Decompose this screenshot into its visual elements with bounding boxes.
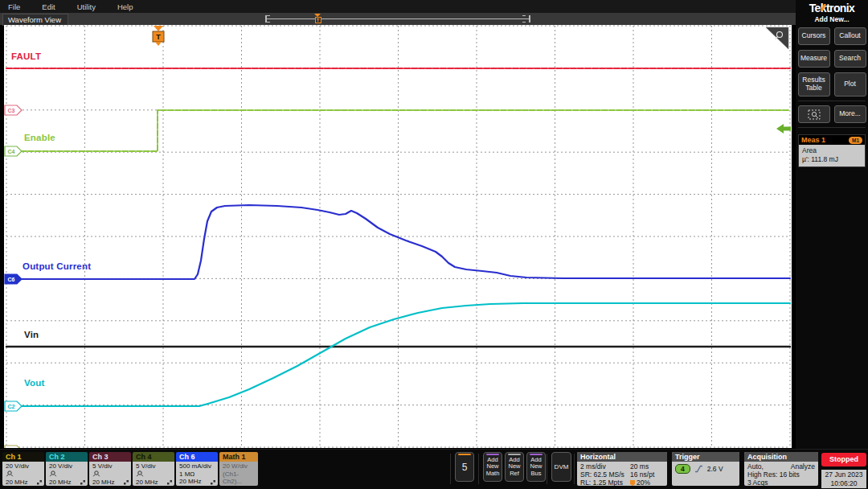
- meas1-title: Meas 1: [801, 136, 825, 144]
- trigger-position-marker[interactable]: T: [153, 26, 164, 46]
- channel-marker-c2[interactable]: C2: [5, 401, 22, 411]
- more-button[interactable]: More...: [834, 105, 866, 123]
- horizontal-panel[interactable]: Horizontal 2 ms/div 20 ms SR: 62.5 MS/s …: [577, 452, 667, 486]
- graticule-svg[interactable]: C3C4C6C2C1T: [4, 25, 792, 448]
- add-new-ref-button[interactable]: AddNewRef: [505, 452, 524, 482]
- meas1-value: µ': 111.8 mJ: [802, 155, 862, 164]
- datetime-display: 27 Jun 2023 10:06:20: [821, 470, 866, 488]
- svg-text:C4: C4: [8, 149, 15, 154]
- settings-bar: Ch 120 V/div20 MHzCh 220 V/div20 MHzCh 3…: [0, 449, 868, 489]
- search-button[interactable]: Search: [834, 50, 866, 68]
- channel-badge-math-1[interactable]: Math 120 W/div(Ch1-Ch2)...: [219, 452, 258, 486]
- drag-handle-icon: [80, 479, 86, 486]
- record-trigger-position-icon[interactable]: T: [314, 14, 321, 23]
- channel-badge-ch-2[interactable]: Ch 220 V/div20 MHz: [46, 452, 88, 486]
- menu-utility[interactable]: Utility: [77, 2, 96, 11]
- horizontal-sample-rate: SR: 62.5 MS/s: [580, 471, 630, 479]
- results-table-button[interactable]: Results Table: [798, 72, 830, 97]
- menu-bar: File Edit Utility Help: [0, 0, 804, 13]
- trace-vout[interactable]: [6, 303, 790, 406]
- channel-badge-ch-3[interactable]: Ch 35 V/div20 MHz: [89, 452, 131, 486]
- menu-edit[interactable]: Edit: [42, 2, 55, 11]
- channel-label: Math 1: [219, 452, 258, 462]
- dvm-button[interactable]: DVM: [551, 452, 571, 482]
- acquisition-resolution: High Res: 16 bits: [747, 471, 815, 479]
- channel-badge-ch-4[interactable]: Ch 45 V/div20 MHz: [133, 452, 174, 486]
- channel-label: Ch 1: [2, 452, 44, 462]
- channel-marker-c6[interactable]: C6: [5, 274, 22, 284]
- run-stop-button[interactable]: Stopped: [821, 453, 866, 466]
- horizontal-trigger-position: 20%: [630, 479, 664, 486]
- horizontal-window: 20 ms: [630, 462, 664, 471]
- zoom-corner-icon[interactable]: [766, 27, 788, 49]
- vout-label: Vout: [24, 378, 45, 388]
- callout-button[interactable]: Callout: [834, 27, 866, 45]
- vin-label: Vin: [24, 330, 39, 339]
- zoom-area-icon: [808, 109, 821, 120]
- drag-handle-icon: [123, 479, 129, 486]
- cursors-button[interactable]: Cursors: [798, 27, 830, 45]
- measure-button[interactable]: Measure: [798, 50, 830, 68]
- channel-label: Ch 2: [46, 452, 88, 462]
- horizontal-record-length: RL: 1.25 Mpts: [580, 479, 630, 486]
- meas1-type: Area: [802, 146, 862, 155]
- tektronix-logo: Tektronix: [796, 2, 868, 14]
- acquisition-title: Acquisition: [744, 452, 818, 462]
- tab-waveform-view[interactable]: Waveform View: [2, 14, 68, 26]
- rising-edge-icon: [694, 465, 703, 473]
- menu-file[interactable]: File: [8, 2, 20, 11]
- plot-button[interactable]: Plot: [834, 72, 866, 97]
- drag-handle-icon: [36, 479, 43, 486]
- trigger-panel[interactable]: Trigger 4 2.6 V: [672, 452, 739, 486]
- meas1-source-badge: M1: [849, 137, 862, 144]
- add-new-bus-button[interactable]: AddNewBus: [526, 452, 546, 482]
- date-text: 27 Jun 2023: [821, 471, 866, 479]
- trigger-level: 2.6 V: [707, 465, 723, 473]
- menu-help[interactable]: Help: [117, 2, 133, 11]
- output-current-label: Output Current: [23, 261, 91, 271]
- horizontal-title: Horizontal: [577, 452, 667, 462]
- trigger-level-arrow-icon[interactable]: [776, 124, 791, 134]
- add-new-math-button[interactable]: AddNewMath: [483, 452, 502, 482]
- horizontal-scale: 2 ms/div: [580, 462, 630, 471]
- svg-text:T: T: [156, 33, 161, 41]
- drag-handle-icon: [166, 479, 173, 486]
- svg-text:C3: C3: [8, 108, 15, 113]
- channel-label: Ch 4: [133, 452, 174, 462]
- channel-marker-c3[interactable]: C3: [5, 105, 22, 115]
- svg-text:C6: C6: [8, 277, 15, 282]
- acquisition-analyze: Analyze: [791, 462, 815, 471]
- probe-icon: [92, 471, 100, 477]
- add-new-heading: Add New...: [796, 15, 868, 23]
- record-view-bar[interactable]: T: [265, 15, 530, 23]
- zoom-area-button[interactable]: [798, 105, 830, 123]
- tab-bar: Waveform View T: [0, 13, 796, 25]
- channel-badge-ch-1[interactable]: Ch 120 V/div20 MHz: [2, 452, 44, 486]
- svg-text:C2: C2: [8, 404, 15, 409]
- channel-marker-c4[interactable]: C4: [5, 146, 22, 156]
- time-text: 10:06:20: [821, 479, 866, 488]
- acquisition-panel[interactable]: Acquisition Auto, Analyze High Res: 16 b…: [744, 452, 818, 486]
- trigger-position-icon: [630, 480, 635, 486]
- probe-icon: [49, 471, 57, 477]
- probe-icon: [136, 471, 144, 477]
- waveform-graticule[interactable]: C3C4C6C2C1TFAULTEnableOutput CurrentVinV…: [4, 25, 792, 448]
- horizontal-resolution: 16 ns/pt: [630, 471, 664, 479]
- acquisition-mode: Auto,: [747, 462, 764, 471]
- right-panel: Tektronix Add New... Cursors Callout Mea…: [796, 0, 868, 449]
- drag-handle-icon: [210, 479, 216, 486]
- callout-5-button[interactable]: 5: [455, 452, 474, 482]
- channel-badge-ch-6[interactable]: Ch 6500 mA/div1 MΩ20 MHz: [176, 452, 218, 486]
- channel-label: Ch 6: [176, 452, 218, 462]
- fault-label: FAULT: [11, 51, 41, 61]
- svg-text:C1: C1: [8, 448, 15, 449]
- acquisition-count: 3 Acqs: [747, 479, 815, 486]
- enable-label: Enable: [24, 133, 55, 142]
- meas1-results-badge[interactable]: Meas 1 M1 Area µ': 111.8 mJ: [798, 134, 866, 167]
- trigger-title: Trigger: [672, 452, 739, 462]
- trigger-source-badge: 4: [675, 464, 690, 474]
- probe-icon: [6, 471, 14, 477]
- channel-label: Ch 3: [89, 452, 131, 462]
